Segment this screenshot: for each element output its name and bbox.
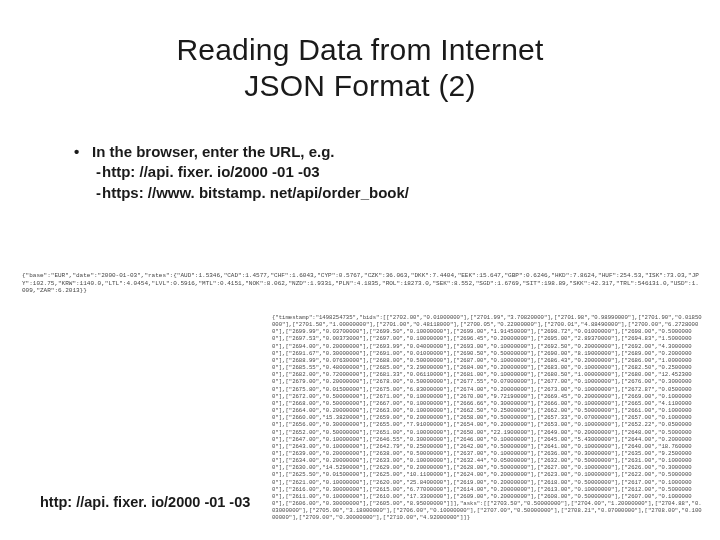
bullet-dot-icon: • bbox=[74, 142, 92, 162]
slide-title: Reading Data from Internet JSON Format (… bbox=[0, 32, 720, 104]
bullet-sub-2: - https: //www. bitstamp. net/api/order_… bbox=[74, 183, 720, 203]
slide: Reading Data from Internet JSON Format (… bbox=[0, 32, 720, 540]
json-output-bitstamp: {"timestamp":"1498254735","bids":[["2702… bbox=[272, 314, 702, 529]
bullet-main-text: In the browser, enter the URL, e.g. bbox=[92, 142, 720, 162]
title-line-1: Reading Data from Internet bbox=[176, 33, 543, 66]
title-line-2: JSON Format (2) bbox=[244, 69, 475, 102]
bullet-dash-icon: - bbox=[74, 162, 102, 182]
bullet-sub-2-text: https: //www. bitstamp. net/api/order_bo… bbox=[102, 183, 720, 203]
caption-url-fixer: http: //api. fixer. io/2000 -01 -03 bbox=[40, 494, 250, 510]
bullet-main: • In the browser, enter the URL, e.g. bbox=[74, 142, 720, 162]
bullet-list: • In the browser, enter the URL, e.g. - … bbox=[74, 142, 720, 203]
bullet-sub-1-text: http: //api. fixer. io/2000 -01 -03 bbox=[102, 162, 720, 182]
bullet-sub-1: - http: //api. fixer. io/2000 -01 -03 bbox=[74, 162, 720, 182]
json-output-fixer: {"base":"EUR","date":"2000-01-03","rates… bbox=[22, 272, 702, 295]
bullet-dash-icon: - bbox=[74, 183, 102, 203]
